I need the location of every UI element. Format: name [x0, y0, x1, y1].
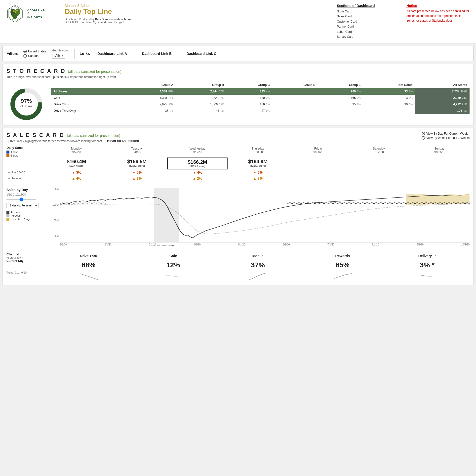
- trend-svg-cafe: [163, 271, 183, 281]
- channel-value-drive-thru: 68%: [46, 259, 131, 271]
- links-label: Links: [79, 51, 90, 56]
- section-item-sales[interactable]: Sales Card: [337, 14, 401, 19]
- legend-above: Above: [6, 151, 46, 154]
- x-axis: 1/1/20 2/1/20 3/1/20 4/1/20 5/1/20 6/1/2…: [60, 242, 470, 246]
- dashboard-link-a[interactable]: Dashboard Link A: [97, 52, 127, 56]
- vs-covid-label: vs. Pre COVID: [6, 169, 46, 175]
- section-item-store[interactable]: Store Card: [337, 9, 401, 14]
- hover-definitions[interactable]: Hover for Definitions: [107, 139, 139, 143]
- chart-main: 150M 100M 50M 0M COVID Transition ▶: [49, 188, 470, 246]
- amount-wed: $166.2M ($21K / store): [167, 158, 228, 169]
- y-label-50m: 50M: [49, 219, 59, 222]
- logo-area: ANALYTICS & INSIGHTS: [5, 4, 60, 24]
- chart-date-slider[interactable]: [6, 199, 36, 200]
- svg-point-6: [16, 10, 18, 11]
- trend-label: Trend: 3/1 - 9/10: [6, 271, 46, 274]
- delivery-external-link-icon[interactable]: ↗: [433, 254, 436, 258]
- chart-type-dropdown[interactable]: Sales vs. Forecast: [6, 203, 39, 208]
- x-label-sep: 9/1/20: [417, 243, 424, 246]
- section-item-survey[interactable]: Survey Card: [337, 34, 401, 39]
- current-day-label-cell: Current Day: [6, 259, 46, 271]
- day-col-wed: Wednesday 9/9/20: [167, 146, 228, 158]
- subtitle-line2: SHOUT OUT to Blaine Myers and Oliver Ben…: [65, 21, 332, 24]
- day-col-sun: Sunday 9/13/20: [409, 146, 470, 158]
- trend-chart-cafe: [131, 271, 216, 281]
- store-card-title: S T O R E C A R D: [6, 68, 66, 74]
- cell-cafe-group-c: 130 2%: [227, 95, 272, 101]
- notice-area: Notice All data presented below has been…: [401, 4, 471, 23]
- chart-section: Sales by Day 1/6/20 10/16/20 Sales vs. F…: [6, 185, 470, 246]
- cell-dto-group-e: [318, 108, 363, 114]
- radio-united-states[interactable]: United States: [23, 50, 46, 53]
- col-header-group-d: Group D: [272, 82, 318, 88]
- cell-dt-group-d: [272, 101, 318, 108]
- svg-text:of Stores: of Stores: [20, 105, 32, 108]
- filters-divider: [74, 49, 75, 59]
- vs-forecast-mon: ▲ 4%: [46, 175, 107, 181]
- radio-canada[interactable]: Canada: [23, 54, 46, 58]
- col-header-group-e: Group E: [318, 82, 363, 88]
- row-label-cafe: Cafe: [51, 95, 125, 101]
- col-header-drive-thru: Drive Thru: [46, 252, 131, 259]
- monitor-adapt-label: Monitor & Adapt: [65, 4, 332, 8]
- chart-layout: Sales by Day 1/6/20 10/16/20 Sales vs. F…: [6, 188, 470, 246]
- chart-with-yaxis: 150M 100M 50M 0M COVID Transition ▶: [49, 188, 470, 242]
- sales-card-header: S A L E S C A R D (all data sanitized fo…: [6, 132, 470, 143]
- geo-select-wrap: (All): [52, 53, 65, 59]
- vs-forecast-wed: ▲ 2%: [167, 175, 228, 181]
- cell-dt-group-a: 2,975 38%: [125, 101, 176, 108]
- dashboard-link-b[interactable]: Dashboard Link B: [142, 52, 172, 56]
- x-label-feb: 2/1/20: [105, 243, 112, 246]
- y-label-150m: 150M: [49, 188, 59, 191]
- table-row-all-stores: All Stores 4,338 56% 2,844 37% 323 4% 20…: [51, 88, 470, 95]
- view-by-day-option[interactable]: View By Day For Current Week: [422, 132, 470, 135]
- sections-title: Sections of Dashboard: [337, 4, 401, 8]
- day-col-tue: Tuesday 9/8/20: [107, 146, 167, 158]
- geo-select[interactable]: (All): [52, 53, 65, 59]
- radio-canada-label: Canada: [28, 54, 39, 58]
- current-day-label: Current Day: [6, 259, 46, 263]
- daily-sales-legend-cell: Daily Sales Above Below: [6, 146, 46, 158]
- chart-type-dropdown-wrap: Sales vs. Forecast: [6, 203, 44, 208]
- sections-area: Sections of Dashboard Store Card Sales C…: [332, 4, 401, 39]
- day-col-sat: Saturday 9/12/20: [349, 146, 409, 158]
- cell-dt-total: 4,712 61%: [415, 101, 470, 108]
- cell-all-group-a: 4,338 56%: [125, 88, 176, 95]
- view-by-week-option[interactable]: View By Week For Last 7 Weeks: [422, 136, 470, 140]
- cell-dto-total: 106 1%: [415, 108, 470, 114]
- cell-dto-group-b: 44 1%: [176, 108, 227, 114]
- geo-group: Geo Selection (All): [52, 49, 69, 59]
- chart-date-from: 1/6/20: [6, 193, 14, 196]
- cell-cafe-group-e: 165 2%: [318, 95, 363, 101]
- svg-point-7: [13, 10, 15, 12]
- section-item-customer[interactable]: Customer Card: [337, 19, 401, 24]
- logo-text: ANALYTICS & INSIGHTS: [27, 8, 45, 19]
- row-label-all-stores: All Stores: [51, 88, 125, 95]
- amount-thu: $164.9M ($21K / store): [228, 158, 288, 169]
- store-card-description: This is a high level snapshot card - put…: [6, 75, 470, 79]
- cell-all-group-c: 323 4%: [227, 88, 272, 95]
- chart-title: Sales by Day: [6, 188, 44, 192]
- chart-legend: Actuals Forecast Expected Range: [6, 211, 44, 221]
- legend-actuals: Actuals: [6, 211, 44, 214]
- table-row-cafe: Cafe 1,328 17% 1,294 17% 130 2% 165 2%: [51, 95, 470, 101]
- cell-all-group-d: [272, 88, 318, 95]
- vs-covid-wed: ▼ 4%: [167, 169, 228, 175]
- x-label-jan: 1/1/20: [60, 243, 67, 246]
- radio-canada-circle: [23, 54, 27, 58]
- channel-value-rewards: 65%: [300, 259, 385, 271]
- vs-forecast-fri: [288, 175, 349, 181]
- amount-tue: $156.5M ($20K / store): [107, 158, 167, 169]
- y-label-0m: 0M: [49, 235, 59, 238]
- vs-covid-sat: [349, 169, 409, 175]
- dashboard-link-c[interactable]: Dashboard Link C: [187, 52, 216, 56]
- actuals-label: Actuals: [11, 211, 20, 214]
- below-label: Below: [11, 154, 18, 157]
- chart-canvas: COVID Transition ▶: [60, 188, 470, 242]
- day-col-fri: Friday 9/11/20: [288, 146, 349, 158]
- section-item-labor[interactable]: Labor Card: [337, 29, 401, 34]
- legend-expected-range: Expected Range: [6, 218, 44, 221]
- svg-text:97%: 97%: [21, 98, 32, 104]
- col-header-not-noted: Not Noted: [363, 82, 415, 88]
- section-item-partner[interactable]: Partner Card: [337, 24, 401, 29]
